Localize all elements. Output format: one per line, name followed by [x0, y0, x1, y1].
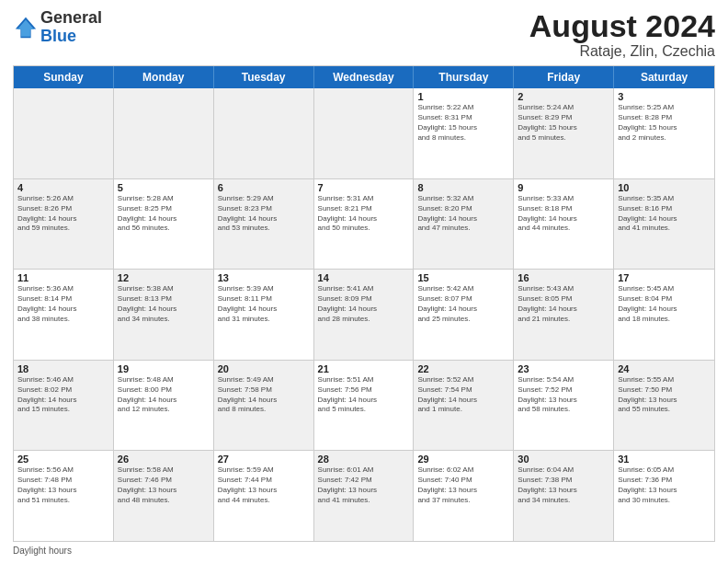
cal-cell	[214, 88, 314, 178]
day-number: 20	[218, 363, 310, 374]
cal-cell: 4Sunrise: 5:26 AM Sunset: 8:26 PM Daylig…	[14, 179, 114, 270]
day-number: 6	[218, 182, 310, 193]
cal-cell: 21Sunrise: 5:51 AM Sunset: 7:56 PM Dayli…	[314, 361, 415, 451]
cal-header-wednesday: Wednesday	[314, 66, 415, 88]
day-number: 18	[17, 363, 109, 374]
cal-cell: 18Sunrise: 5:46 AM Sunset: 8:02 PM Dayli…	[14, 361, 114, 451]
day-number: 28	[318, 454, 410, 465]
day-info: Sunrise: 5:26 AM Sunset: 8:26 PM Dayligh…	[17, 194, 109, 234]
day-info: Sunrise: 5:39 AM Sunset: 8:11 PM Dayligh…	[218, 284, 310, 324]
day-info: Sunrise: 5:46 AM Sunset: 8:02 PM Dayligh…	[17, 375, 109, 415]
day-info: Sunrise: 5:54 AM Sunset: 7:52 PM Dayligh…	[518, 375, 609, 415]
logo-text: General Blue	[40, 9, 102, 46]
logo: General Blue	[13, 9, 102, 46]
cal-week-3: 11Sunrise: 5:36 AM Sunset: 8:14 PM Dayli…	[14, 270, 714, 361]
day-number: 25	[17, 454, 109, 465]
day-number: 26	[118, 454, 210, 465]
cal-cell: 25Sunrise: 5:56 AM Sunset: 7:48 PM Dayli…	[14, 451, 114, 541]
calendar-body: 1Sunrise: 5:22 AM Sunset: 8:31 PM Daylig…	[14, 88, 714, 541]
day-number: 11	[17, 272, 109, 283]
day-number: 27	[218, 454, 310, 465]
day-number: 5	[118, 182, 210, 193]
day-info: Sunrise: 5:31 AM Sunset: 8:21 PM Dayligh…	[318, 194, 410, 234]
logo-icon	[13, 15, 39, 40]
day-info: Sunrise: 6:01 AM Sunset: 7:42 PM Dayligh…	[318, 465, 410, 505]
cal-cell: 30Sunrise: 6:04 AM Sunset: 7:38 PM Dayli…	[514, 451, 614, 541]
cal-header-sunday: Sunday	[14, 66, 114, 88]
day-info: Sunrise: 5:24 AM Sunset: 8:29 PM Dayligh…	[518, 103, 609, 143]
cal-cell: 9Sunrise: 5:33 AM Sunset: 8:18 PM Daylig…	[514, 179, 614, 270]
day-info: Sunrise: 5:22 AM Sunset: 8:31 PM Dayligh…	[417, 103, 509, 143]
month-title: August 2024	[529, 9, 715, 43]
logo-blue-text: Blue	[40, 28, 102, 46]
day-info: Sunrise: 5:28 AM Sunset: 8:25 PM Dayligh…	[118, 194, 210, 234]
daylight-label: Daylight hours	[13, 546, 72, 556]
footer-note: Daylight hours	[13, 542, 715, 556]
day-info: Sunrise: 6:05 AM Sunset: 7:36 PM Dayligh…	[618, 465, 711, 505]
header: General Blue August 2024 Rataje, Zlin, C…	[13, 9, 715, 60]
day-info: Sunrise: 5:41 AM Sunset: 8:09 PM Dayligh…	[318, 284, 410, 324]
cal-cell: 1Sunrise: 5:22 AM Sunset: 8:31 PM Daylig…	[414, 88, 514, 178]
cal-cell: 15Sunrise: 5:42 AM Sunset: 8:07 PM Dayli…	[414, 270, 514, 360]
day-number: 22	[417, 363, 509, 374]
day-info: Sunrise: 5:42 AM Sunset: 8:07 PM Dayligh…	[417, 284, 509, 324]
day-number: 3	[618, 91, 711, 102]
cal-cell: 5Sunrise: 5:28 AM Sunset: 8:25 PM Daylig…	[114, 179, 214, 270]
day-info: Sunrise: 5:36 AM Sunset: 8:14 PM Dayligh…	[17, 284, 109, 324]
cal-cell: 26Sunrise: 5:58 AM Sunset: 7:46 PM Dayli…	[114, 451, 214, 541]
day-number: 12	[118, 272, 210, 283]
svg-marker-1	[17, 19, 34, 36]
day-number: 14	[318, 272, 410, 283]
cal-week-4: 18Sunrise: 5:46 AM Sunset: 8:02 PM Dayli…	[14, 361, 714, 452]
day-info: Sunrise: 5:32 AM Sunset: 8:20 PM Dayligh…	[417, 194, 509, 234]
day-info: Sunrise: 5:48 AM Sunset: 8:00 PM Dayligh…	[118, 375, 210, 415]
day-number: 1	[417, 91, 509, 102]
day-number: 16	[518, 272, 609, 283]
day-info: Sunrise: 5:29 AM Sunset: 8:23 PM Dayligh…	[218, 194, 310, 234]
cal-cell	[314, 88, 415, 178]
day-number: 7	[318, 182, 410, 193]
day-info: Sunrise: 5:38 AM Sunset: 8:13 PM Dayligh…	[118, 284, 210, 324]
day-number: 24	[618, 363, 711, 374]
cal-cell: 14Sunrise: 5:41 AM Sunset: 8:09 PM Dayli…	[314, 270, 415, 360]
cal-cell: 10Sunrise: 5:35 AM Sunset: 8:16 PM Dayli…	[614, 179, 714, 270]
day-info: Sunrise: 6:02 AM Sunset: 7:40 PM Dayligh…	[417, 465, 509, 505]
cal-cell: 2Sunrise: 5:24 AM Sunset: 8:29 PM Daylig…	[514, 88, 614, 178]
day-number: 31	[618, 454, 711, 465]
cal-cell: 24Sunrise: 5:55 AM Sunset: 7:50 PM Dayli…	[614, 361, 714, 451]
day-number: 30	[518, 454, 609, 465]
cal-cell: 29Sunrise: 6:02 AM Sunset: 7:40 PM Dayli…	[414, 451, 514, 541]
cal-header-saturday: Saturday	[614, 66, 714, 88]
cal-cell: 23Sunrise: 5:54 AM Sunset: 7:52 PM Dayli…	[514, 361, 614, 451]
day-number: 29	[417, 454, 509, 465]
calendar-header-row: SundayMondayTuesdayWednesdayThursdayFrid…	[14, 66, 714, 88]
day-info: Sunrise: 6:04 AM Sunset: 7:38 PM Dayligh…	[518, 465, 609, 505]
cal-cell: 19Sunrise: 5:48 AM Sunset: 8:00 PM Dayli…	[114, 361, 214, 451]
cal-cell: 28Sunrise: 6:01 AM Sunset: 7:42 PM Dayli…	[314, 451, 415, 541]
day-info: Sunrise: 5:58 AM Sunset: 7:46 PM Dayligh…	[118, 465, 210, 505]
cal-cell: 22Sunrise: 5:52 AM Sunset: 7:54 PM Dayli…	[414, 361, 514, 451]
cal-cell	[14, 88, 114, 178]
day-info: Sunrise: 5:52 AM Sunset: 7:54 PM Dayligh…	[417, 375, 509, 415]
day-info: Sunrise: 5:33 AM Sunset: 8:18 PM Dayligh…	[518, 194, 609, 234]
cal-cell: 8Sunrise: 5:32 AM Sunset: 8:20 PM Daylig…	[414, 179, 514, 270]
cal-week-2: 4Sunrise: 5:26 AM Sunset: 8:26 PM Daylig…	[14, 179, 714, 270]
day-number: 23	[518, 363, 609, 374]
cal-cell: 16Sunrise: 5:43 AM Sunset: 8:05 PM Dayli…	[514, 270, 614, 360]
day-info: Sunrise: 5:49 AM Sunset: 7:58 PM Dayligh…	[218, 375, 310, 415]
cal-week-1: 1Sunrise: 5:22 AM Sunset: 8:31 PM Daylig…	[14, 88, 714, 179]
cal-cell: 27Sunrise: 5:59 AM Sunset: 7:44 PM Dayli…	[214, 451, 314, 541]
cal-cell: 6Sunrise: 5:29 AM Sunset: 8:23 PM Daylig…	[214, 179, 314, 270]
day-info: Sunrise: 5:25 AM Sunset: 8:28 PM Dayligh…	[618, 103, 711, 143]
day-number: 19	[118, 363, 210, 374]
day-number: 10	[618, 182, 711, 193]
cal-header-thursday: Thursday	[414, 66, 514, 88]
day-number: 13	[218, 272, 310, 283]
day-number: 9	[518, 182, 609, 193]
day-info: Sunrise: 5:45 AM Sunset: 8:04 PM Dayligh…	[618, 284, 711, 324]
day-number: 4	[17, 182, 109, 193]
page: General Blue August 2024 Rataje, Zlin, C…	[0, 0, 728, 563]
calendar: SundayMondayTuesdayWednesdayThursdayFrid…	[13, 65, 715, 542]
day-info: Sunrise: 5:55 AM Sunset: 7:50 PM Dayligh…	[618, 375, 711, 415]
cal-cell: 3Sunrise: 5:25 AM Sunset: 8:28 PM Daylig…	[614, 88, 714, 178]
